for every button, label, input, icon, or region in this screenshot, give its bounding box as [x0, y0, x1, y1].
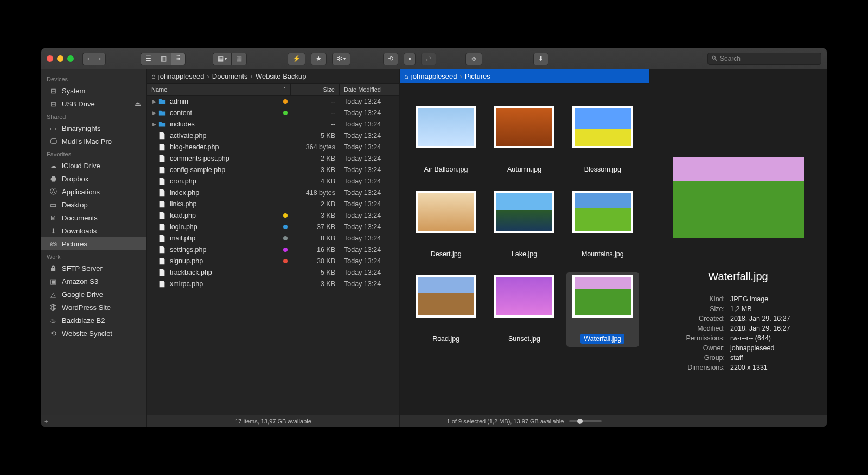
file-date: Today 13:24: [340, 98, 399, 105]
globe-icon: 🌐︎: [49, 303, 58, 312]
arrange-button[interactable]: ▦▾: [213, 53, 231, 65]
tag-dot: [283, 111, 288, 115]
sidebar-item-desktop[interactable]: ▭Desktop: [41, 198, 146, 211]
forward-button[interactable]: ›: [94, 53, 106, 65]
breadcrumb-segment[interactable]: johnappleseed: [158, 72, 205, 80]
slider-handle[interactable]: [577, 419, 583, 424]
file-size: 37 KB: [291, 223, 340, 231]
status-add[interactable]: +: [41, 415, 147, 427]
file-row[interactable]: mail.php8 KBToday 13:24: [147, 232, 399, 244]
view-column-button[interactable]: ▥: [156, 53, 171, 65]
sidebar-item-applications[interactable]: ⒶApplications: [41, 185, 146, 198]
file-row[interactable]: ▶content--Today 13:24: [147, 107, 399, 118]
file-row[interactable]: links.php2 KBToday 13:24: [147, 198, 399, 210]
file-row[interactable]: index.php418 bytesToday 13:24: [147, 187, 399, 198]
traffic-lights: [47, 55, 74, 62]
view-list-button[interactable]: ☰: [141, 53, 156, 65]
eject-icon[interactable]: ⏏: [135, 100, 141, 108]
minimize-button[interactable]: [57, 55, 63, 62]
thumbnail-grid[interactable]: Air Balloon.jpgAutumn.jpgBlossom.jpgDese…: [400, 84, 649, 415]
file-row[interactable]: signup.php30 KBToday 13:24: [147, 255, 399, 267]
breadcrumb-segment[interactable]: Documents: [212, 72, 248, 80]
file-row[interactable]: comments-post.php2 KBToday 13:24: [147, 153, 399, 164]
action-button[interactable]: ✻▾: [332, 53, 350, 65]
col-date[interactable]: Date Modified: [340, 84, 399, 95]
activity-button[interactable]: ⬇: [533, 53, 548, 65]
sidebar-item-mudi-s-imac-pro[interactable]: 🖵Mudi's iMac Pro: [41, 135, 146, 148]
file-name: activate.php: [170, 132, 206, 140]
file-row[interactable]: trackback.php5 KBToday 13:24: [147, 267, 399, 278]
sidebar-item-website-synclet[interactable]: ⟲Website Synclet: [41, 327, 146, 340]
disclosure-icon[interactable]: ▶: [150, 110, 158, 116]
thumbnail[interactable]: Air Balloon.jpg: [410, 103, 482, 178]
search-input[interactable]: 🔍︎Search: [707, 53, 821, 65]
file-row[interactable]: load.php3 KBToday 13:24: [147, 210, 399, 221]
sidebar-item-usb-drive[interactable]: ⊟USB Drive⏏: [41, 97, 146, 110]
sidebar-item-pictures[interactable]: 📷︎Pictures: [41, 237, 146, 250]
status-left: 17 items, 13,97 GB available: [147, 415, 400, 427]
thumbnail[interactable]: Lake.jpg: [488, 187, 560, 262]
info-key: Permissions:: [686, 334, 729, 343]
sidebar-item-backblaze-b2[interactable]: ♨Backblaze B2: [41, 314, 146, 327]
info-key: Owner:: [686, 344, 729, 352]
terminal-button[interactable]: ▪: [404, 53, 416, 65]
compare-button[interactable]: ⇄: [421, 53, 436, 65]
sidebar-item-sftp-server[interactable]: 🔒︎SFTP Server: [41, 262, 146, 275]
file-row[interactable]: activate.php5 KBToday 13:24: [147, 130, 399, 141]
file-row[interactable]: settings.php16 KBToday 13:24: [147, 244, 399, 255]
close-button[interactable]: [47, 55, 53, 62]
thumbnail[interactable]: Autumn.jpg: [488, 103, 560, 178]
file-row[interactable]: ▶includes--Today 13:24: [147, 118, 399, 130]
flame-icon: ♨: [49, 316, 58, 325]
sidebar-item-dropbox[interactable]: ⬣Dropbox: [41, 172, 146, 185]
file-row[interactable]: xmlrpc.php3 KBToday 13:24: [147, 278, 399, 289]
col-name[interactable]: Name˄: [147, 84, 291, 95]
thumbnail[interactable]: Mountains.jpg: [566, 187, 639, 262]
sidebar-item-system[interactable]: ⊟System: [41, 84, 146, 97]
thumbnail[interactable]: Waterfall.jpg: [566, 272, 639, 347]
quickopen-button[interactable]: ⚡: [288, 53, 305, 65]
sync-button[interactable]: ⟲: [383, 53, 398, 65]
file-row[interactable]: login.php37 KBToday 13:24: [147, 221, 399, 232]
file-row[interactable]: blog-header.php364 bytesToday 13:24: [147, 141, 399, 153]
back-button[interactable]: ‹: [82, 53, 94, 65]
breadcrumb-right[interactable]: ⌂johnappleseed›Pictures: [400, 69, 649, 84]
sidebar-item-documents[interactable]: 🗎Documents: [41, 211, 146, 224]
star-icon: ★: [316, 55, 322, 62]
breadcrumb-left[interactable]: ⌂johnappleseed›Documents›Website Backup: [147, 69, 399, 84]
zoom-button[interactable]: [67, 55, 74, 62]
disclosure-icon[interactable]: ▶: [150, 99, 158, 104]
info-key: Dimensions:: [686, 363, 729, 372]
sidebar-item-amazon-s3[interactable]: ▣Amazon S3: [41, 275, 146, 288]
file-date: Today 13:24: [340, 143, 399, 151]
file-row[interactable]: ▶admin--Today 13:24: [147, 96, 399, 107]
disclosure-icon[interactable]: ▶: [150, 122, 158, 127]
file-row[interactable]: config-sample.php3 KBToday 13:24: [147, 164, 399, 175]
file-list[interactable]: ▶admin--Today 13:24▶content--Today 13:24…: [147, 96, 399, 415]
favorite-button[interactable]: ★: [311, 53, 327, 65]
file-name: xmlrpc.php: [170, 280, 203, 288]
hidden-button[interactable]: ▦: [231, 53, 247, 65]
thumbnail[interactable]: Sunset.jpg: [488, 272, 560, 347]
zoom-slider[interactable]: [569, 420, 602, 422]
file-row[interactable]: cron.php4 KBToday 13:24: [147, 175, 399, 187]
breadcrumb-segment[interactable]: johnappleseed: [411, 72, 457, 80]
sidebar-item-label: Google Drive: [62, 290, 103, 299]
breadcrumb-segment[interactable]: Pictures: [465, 72, 490, 80]
breadcrumb-segment[interactable]: Website Backup: [256, 72, 307, 80]
tag-dot: [283, 236, 288, 240]
quicklook-button[interactable]: ☺: [465, 53, 482, 65]
sidebar-item-downloads[interactable]: ⬇Downloads: [41, 224, 146, 237]
sidebar-item-icloud-drive[interactable]: ☁iCloud Drive: [41, 159, 146, 172]
thumbnail[interactable]: Blossom.jpg: [566, 103, 639, 178]
file-icon: [158, 166, 167, 174]
thumbnail[interactable]: Road.jpg: [410, 272, 482, 347]
view-icon-button[interactable]: ⠿: [171, 53, 186, 65]
sidebar-item-label: Mudi's iMac Pro: [62, 137, 112, 145]
sidebar-item-wordpress-site[interactable]: 🌐︎WordPress Site: [41, 301, 146, 314]
sidebar-item-binarynights[interactable]: ▭Binarynights: [41, 122, 146, 135]
sidebar-item-google-drive[interactable]: △Google Drive: [41, 288, 146, 301]
thumbnail-label: Lake.jpg: [508, 249, 540, 259]
col-size[interactable]: Size: [291, 84, 340, 95]
thumbnail[interactable]: Desert.jpg: [410, 187, 482, 262]
